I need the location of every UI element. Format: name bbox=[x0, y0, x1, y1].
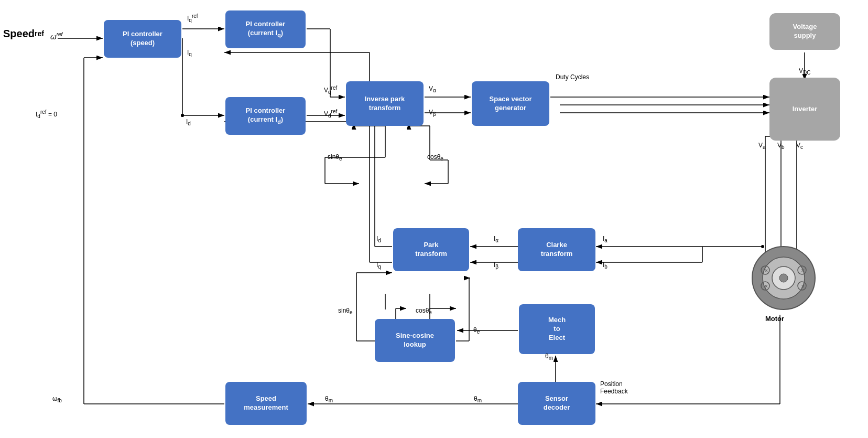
speed-meas-label: Speedmeasurement bbox=[244, 394, 288, 412]
theta-m3-label: θm bbox=[474, 395, 482, 403]
svg-text:✕: ✕ bbox=[801, 284, 805, 289]
inv-park-label: Inverse parktransform bbox=[365, 95, 405, 113]
sine-cosine-block: Sine-cosinelookup bbox=[375, 319, 455, 362]
clarke-label: Clarketransform bbox=[541, 241, 573, 259]
speed-meas-block: Speedmeasurement bbox=[225, 382, 307, 425]
vdc-label: VDC bbox=[799, 67, 810, 76]
vc-out-label: Vc bbox=[796, 142, 803, 150]
voltage-supply-label: Voltagesupply bbox=[793, 23, 817, 40]
iq-feedback-label: Iq bbox=[187, 49, 192, 57]
va-out-label: Va bbox=[758, 142, 766, 150]
svg-text:✕: ✕ bbox=[764, 284, 768, 289]
iq-park-out-label: Iq bbox=[376, 261, 381, 270]
inv-park-block: Inverse parktransform bbox=[346, 81, 424, 126]
svg-point-54 bbox=[181, 114, 184, 117]
ib-label: Ib bbox=[603, 261, 607, 270]
vb-out-label: Vb bbox=[777, 142, 785, 150]
motor-label: Motor bbox=[765, 315, 784, 323]
theta-m2-label: θm bbox=[325, 395, 333, 403]
svgen-block: Space vectorgenerator bbox=[472, 81, 549, 126]
id-park-out-label: Id bbox=[376, 235, 381, 243]
id-ref-label: Idref = 0 bbox=[36, 109, 57, 119]
i-beta-label: Iβ bbox=[494, 261, 498, 270]
diagram-arrows bbox=[0, 0, 868, 438]
pi-iq-label: PI controller(current Iq) bbox=[246, 20, 286, 39]
svgen-label: Space vectorgenerator bbox=[490, 95, 532, 113]
pi-id-block: PI controller(current Id) bbox=[225, 97, 306, 135]
va-label: Vα bbox=[429, 85, 436, 93]
inverter-block: Inverter bbox=[769, 78, 840, 141]
speed-ref-label: Speedref bbox=[0, 24, 47, 44]
ia-label: Ia bbox=[603, 235, 607, 243]
cos-theta-top-label: cosθe bbox=[427, 153, 443, 162]
diagram-container: Speedref ωref PI controller(speed) PI co… bbox=[0, 0, 868, 438]
id-feedback-label: Id bbox=[186, 118, 191, 126]
inverter-label: Inverter bbox=[793, 105, 818, 114]
vd-ref-label: Vdref bbox=[324, 109, 337, 119]
sensor-dec-label: Sensordecoder bbox=[544, 394, 570, 412]
pi-id-label: PI controller(current Id) bbox=[246, 106, 286, 125]
voltage-supply-block: Voltagesupply bbox=[769, 13, 840, 50]
clarke-block: Clarketransform bbox=[518, 228, 595, 271]
svg-text:✕: ✕ bbox=[764, 268, 768, 273]
sine-cosine-label: Sine-cosinelookup bbox=[396, 332, 434, 349]
i-alpha-label: Iα bbox=[494, 235, 498, 243]
svg-point-72 bbox=[779, 274, 788, 282]
mech-elect-block: MechtoElect bbox=[519, 304, 595, 354]
sensor-dec-block: Sensordecoder bbox=[518, 382, 595, 425]
mech-elect-label: MechtoElect bbox=[548, 316, 566, 343]
iq-ref-top-label: Iqref bbox=[187, 13, 198, 23]
sin-theta-bot-label: sinθe bbox=[338, 307, 353, 315]
sin-theta-top-label: sinθe bbox=[328, 153, 342, 162]
theta-m1-label: θm bbox=[545, 352, 553, 361]
speed-ref-text: Speed bbox=[3, 27, 35, 40]
omega-fb-label: ωfb bbox=[52, 395, 62, 403]
pi-speed-block: PI controller(speed) bbox=[104, 20, 181, 58]
park-block: Parktransform bbox=[393, 228, 469, 271]
pos-feedback-label: PositionFeedback bbox=[600, 380, 628, 395]
duty-cycles-label: Duty Cycles bbox=[556, 73, 589, 81]
omega-ref-label: ωref bbox=[50, 31, 62, 41]
vb-label: Vβ bbox=[429, 109, 436, 117]
cos-theta-bot-label: cosθe bbox=[416, 307, 432, 315]
motor-block: ✕ ✕ ✕ ✕ Motor bbox=[750, 244, 818, 312]
svg-point-5 bbox=[181, 114, 184, 117]
theta-e-label: θe bbox=[473, 326, 480, 335]
svg-text:✕: ✕ bbox=[801, 268, 805, 273]
pi-iq-block: PI controller(current Iq) bbox=[225, 10, 306, 48]
park-label: Parktransform bbox=[415, 241, 447, 259]
pi-speed-label: PI controller(speed) bbox=[123, 30, 162, 48]
vq-ref-label: Vqref bbox=[324, 85, 337, 95]
